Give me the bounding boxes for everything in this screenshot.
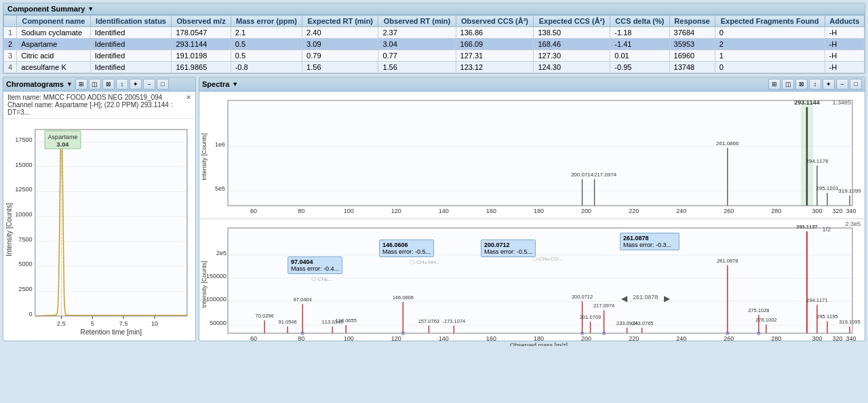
svg-text:300: 300	[812, 335, 822, 342]
col-obs-mz[interactable]: Observed m/z	[172, 16, 231, 27]
svg-text:⬡-CH₂-NH...: ⬡-CH₂-NH...	[410, 259, 440, 265]
svg-rect-9	[35, 130, 187, 316]
bottom-row: Chromatograms ▼ ⊞ ◫ ⊠ ↕ ✦ − □ ✕ Item nam…	[3, 77, 865, 341]
spectra-maximize[interactable]: □	[850, 79, 862, 90]
dropdown-arrow-icon[interactable]: ▼	[87, 5, 94, 12]
svg-text:5: 5	[91, 320, 94, 327]
svg-text:200.0712: 200.0712	[572, 294, 593, 300]
chrom-icon-1[interactable]: ⊞	[75, 79, 87, 90]
svg-text:80: 80	[298, 335, 304, 342]
svg-text:10: 10	[151, 320, 158, 327]
chrom-minimize[interactable]: −	[143, 79, 155, 90]
svg-text:320: 320	[832, 208, 842, 214]
svg-text:80: 80	[298, 208, 304, 214]
svg-text:5e5: 5e5	[215, 185, 225, 192]
col-expected-frags[interactable]: Expected Fragments Found	[715, 16, 825, 27]
chrom-close-icon[interactable]: ✕	[186, 94, 191, 101]
svg-text:275.1028: 275.1028	[748, 307, 769, 313]
svg-rect-35	[228, 100, 852, 206]
spectra-icon-3[interactable]: ⊠	[795, 79, 808, 90]
svg-text:2e5: 2e5	[216, 250, 226, 256]
svg-text:91.0546: 91.0546	[279, 319, 297, 325]
svg-text:293.1137: 293.1137	[796, 224, 817, 230]
spectra-dropdown-icon[interactable]: ▼	[232, 81, 238, 88]
chrom-icon-4[interactable]: ↕	[116, 79, 128, 90]
col-response[interactable]: Response	[669, 16, 715, 27]
spectra-bottom-chart: 2.3e5 1/2 97.0404 Mass error: -0.4... 14…	[199, 219, 865, 346]
chrom-toolbar-icons: ⊞ ◫ ⊠ ↕ ✦ − □	[75, 79, 169, 90]
spectra-panel: Spectra ▼ ⊞ ◫ ⊠ ↕ ✦ − □ Intensity [Count…	[199, 77, 865, 341]
chrom-chart-area: Intensity [Counts] 0 2500 5000 7500 1000…	[3, 119, 195, 341]
col-adducts[interactable]: Adducts	[825, 16, 864, 27]
dropdown-arrow-icon[interactable]: ▼	[66, 81, 73, 88]
svg-text:Aspartame: Aspartame	[47, 134, 77, 140]
spectra-icon-5[interactable]: ✦	[823, 79, 835, 90]
next-arrow-icon[interactable]: ▶	[664, 294, 670, 303]
spectra-icon-1[interactable]: ⊞	[768, 79, 781, 90]
chromatogram-panel: Chromatograms ▼ ⊞ ◫ ⊠ ↕ ✦ − □ ✕ Item nam…	[3, 77, 196, 341]
chrom-icon-2[interactable]: ◫	[89, 79, 101, 90]
col-component-name[interactable]: Component name	[17, 16, 91, 27]
svg-text:319.1099: 319.1099	[838, 188, 861, 194]
col-exp-rt[interactable]: Expected RT (min)	[302, 16, 378, 27]
col-ccs-delta[interactable]: CCS delta (%)	[610, 16, 669, 27]
svg-text:Retention time [min]: Retention time [min]	[81, 328, 142, 336]
svg-text:160: 160	[486, 208, 496, 214]
table-row[interactable]: 3Citric acidIdentified191.01980.50.790.7…	[4, 50, 865, 62]
table-row[interactable]: 4acesulfame KIdentified161.9865-0.81.561…	[4, 62, 865, 73]
col-mass-err[interactable]: Mass error (ppm)	[231, 16, 302, 27]
svg-text:12500: 12500	[15, 186, 32, 193]
svg-text:-243.0765: -243.0765	[631, 320, 654, 326]
svg-text:3.04: 3.04	[57, 141, 70, 148]
svg-text:280: 280	[771, 208, 781, 214]
fraction-label: 1/2	[822, 226, 831, 233]
col-obs-ccs[interactable]: Observed CCS (Å²)	[456, 16, 534, 27]
svg-text:100: 100	[344, 208, 354, 214]
svg-text:294.1171: 294.1171	[806, 297, 827, 303]
svg-text:240: 240	[676, 335, 686, 342]
spectra-icon-2[interactable]: ◫	[782, 79, 794, 90]
svg-text:10000: 10000	[15, 211, 32, 218]
svg-text:261.0878: 261.0878	[717, 258, 738, 264]
svg-text:280: 280	[771, 335, 781, 342]
svg-text:201.0709: 201.0709	[580, 314, 601, 320]
svg-text:180: 180	[534, 208, 544, 214]
spectra-icon-4[interactable]: ↕	[809, 79, 821, 90]
component-summary-header[interactable]: Component Summary ▼	[3, 3, 865, 15]
spectra-toolbar: Spectra ▼ ⊞ ◫ ⊠ ↕ ✦ − □	[199, 77, 865, 92]
svg-text:140: 140	[439, 208, 449, 214]
svg-text:180: 180	[534, 335, 544, 342]
svg-text:240: 240	[676, 208, 686, 214]
chrom-maximize[interactable]: □	[157, 79, 169, 90]
nav-arrows[interactable]: ◀ 261.0878 ▶	[621, 294, 670, 303]
max-int-label-bottom: 2.3e5	[845, 220, 861, 227]
svg-text:217.0974: 217.0974	[593, 303, 614, 309]
col-num	[4, 16, 17, 27]
table-row[interactable]: 2AspartameIdentified293.11440.53.093.041…	[4, 39, 865, 50]
annotation-97: 97.0404 Mass error: -0.4...	[288, 256, 342, 274]
svg-text:1e6: 1e6	[215, 141, 225, 148]
svg-text:100000: 100000	[206, 296, 226, 303]
chrom-channel-name: Channel name: Aspartame [-H]; (22.0 PPM)…	[7, 101, 191, 116]
table-row[interactable]: 1Sodium cyclamateIdentified178.05472.12.…	[4, 27, 865, 39]
col-obs-rt[interactable]: Observed RT (min)	[378, 16, 456, 27]
svg-text:60: 60	[250, 208, 257, 214]
svg-text:Intensity [Counts]: Intensity [Counts]	[6, 203, 13, 256]
svg-text:276.1002: 276.1002	[755, 317, 776, 323]
prev-arrow-icon[interactable]: ◀	[621, 294, 627, 303]
svg-text:-173.1074: -173.1074	[442, 318, 465, 324]
col-exp-ccs[interactable]: Expected CCS (Å²)	[534, 16, 610, 27]
spectra-top-svg: Intensity [Counts] 5e5 1e6 60 80 100 120…	[199, 92, 865, 218]
svg-text:200: 200	[581, 208, 591, 214]
svg-text:Observed mass [m/z]: Observed mass [m/z]	[510, 342, 568, 346]
svg-text:157.0763: 157.0763	[418, 318, 439, 324]
chrom-icon-5[interactable]: ✦	[130, 79, 142, 90]
spectra-minimize[interactable]: −	[836, 79, 848, 90]
svg-text:319.1095: 319.1095	[839, 319, 860, 325]
spectra-title: Spectra	[202, 80, 229, 88]
chrom-icon-3[interactable]: ⊠	[102, 79, 115, 90]
col-id-status[interactable]: Identification status	[90, 16, 172, 27]
svg-text:217.0974: 217.0974	[594, 172, 617, 178]
svg-text:160: 160	[486, 335, 496, 342]
svg-text:2500: 2500	[18, 286, 32, 292]
